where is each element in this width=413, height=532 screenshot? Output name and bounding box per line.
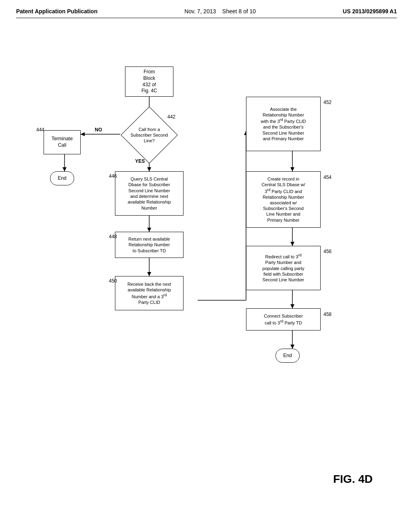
svg-marker-20 bbox=[290, 304, 294, 308]
svg-marker-16 bbox=[290, 167, 294, 171]
label-456: 456 bbox=[323, 249, 332, 254]
svg-marker-11 bbox=[147, 272, 151, 276]
svg-marker-7 bbox=[63, 167, 67, 171]
from-block: FromBlock432 ofFig. 4C bbox=[125, 66, 173, 97]
redirect-456: Redirect call to 3rdParty Number andpopu… bbox=[246, 246, 321, 290]
label-446: 446 bbox=[109, 173, 117, 179]
header-left: Patent Application Publication bbox=[16, 8, 98, 15]
arrows-svg bbox=[16, 22, 397, 498]
associate-452: Associate theRelationship Numberwith the… bbox=[246, 97, 321, 151]
end-left: End bbox=[50, 171, 74, 185]
label-444: 444 bbox=[36, 127, 44, 133]
diagram-area: FromBlock432 ofFig. 4C Call from aSubscr… bbox=[16, 22, 397, 498]
label-452: 452 bbox=[323, 100, 332, 105]
label-454: 454 bbox=[323, 175, 332, 180]
label-458: 458 bbox=[323, 312, 332, 317]
query-446: Query SLS CentralDbase for SubscriberSec… bbox=[115, 171, 184, 216]
connect-458: Connect Subscribercall to 3rd Party TD bbox=[246, 308, 321, 330]
yes-label: YES bbox=[135, 158, 145, 164]
return-448: Return next availableRelationship Number… bbox=[115, 232, 184, 258]
no-label: NO bbox=[95, 127, 102, 133]
svg-marker-18 bbox=[290, 242, 294, 246]
create-454: Create record inCentral SLS Dbase w/3rd … bbox=[246, 171, 321, 228]
end-right: End bbox=[275, 349, 300, 363]
svg-marker-22 bbox=[290, 345, 294, 349]
label-450: 450 bbox=[109, 278, 117, 284]
page: Patent Application Publication Nov. 7, 2… bbox=[0, 0, 413, 532]
receive-450: Receive back the nextavailable Relations… bbox=[115, 276, 184, 310]
terminate-call-box: TerminateCall bbox=[44, 130, 81, 154]
svg-marker-9 bbox=[147, 228, 151, 232]
page-header: Patent Application Publication Nov. 7, 2… bbox=[16, 8, 397, 18]
label-448: 448 bbox=[109, 234, 117, 239]
svg-marker-5 bbox=[147, 167, 151, 171]
header-right: US 2013/0295899 A1 bbox=[343, 8, 397, 15]
svg-marker-3 bbox=[81, 132, 85, 136]
label-442: 442 bbox=[167, 114, 175, 120]
header-date: Nov. 7, 2013 Sheet 8 of 10 bbox=[184, 8, 256, 15]
figure-label: FIG. 4D bbox=[333, 473, 373, 486]
